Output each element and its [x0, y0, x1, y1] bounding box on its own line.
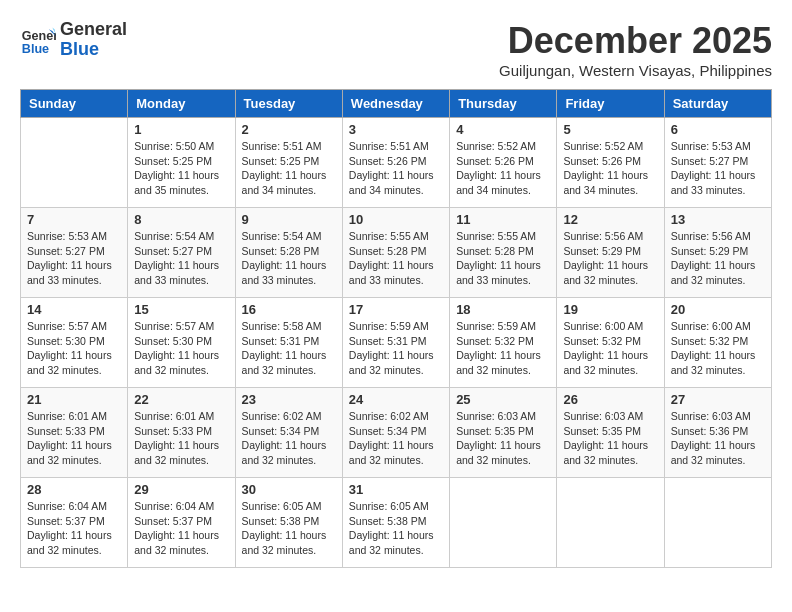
- day-info: Sunrise: 5:55 AM Sunset: 5:28 PM Dayligh…: [456, 229, 550, 288]
- day-number: 30: [242, 482, 336, 497]
- header-monday: Monday: [128, 90, 235, 118]
- calendar-cell-w1-d6: 6Sunrise: 5:53 AM Sunset: 5:27 PM Daylig…: [664, 118, 771, 208]
- day-number: 2: [242, 122, 336, 137]
- day-info: Sunrise: 6:03 AM Sunset: 5:36 PM Dayligh…: [671, 409, 765, 468]
- day-number: 4: [456, 122, 550, 137]
- day-number: 17: [349, 302, 443, 317]
- header-tuesday: Tuesday: [235, 90, 342, 118]
- day-info: Sunrise: 6:00 AM Sunset: 5:32 PM Dayligh…: [671, 319, 765, 378]
- day-info: Sunrise: 6:02 AM Sunset: 5:34 PM Dayligh…: [349, 409, 443, 468]
- calendar-cell-w3-d0: 14Sunrise: 5:57 AM Sunset: 5:30 PM Dayli…: [21, 298, 128, 388]
- day-info: Sunrise: 5:51 AM Sunset: 5:25 PM Dayligh…: [242, 139, 336, 198]
- day-number: 8: [134, 212, 228, 227]
- day-info: Sunrise: 6:05 AM Sunset: 5:38 PM Dayligh…: [349, 499, 443, 558]
- svg-text:Blue: Blue: [22, 41, 49, 55]
- day-number: 16: [242, 302, 336, 317]
- calendar-cell-w3-d4: 18Sunrise: 5:59 AM Sunset: 5:32 PM Dayli…: [450, 298, 557, 388]
- day-number: 11: [456, 212, 550, 227]
- day-number: 22: [134, 392, 228, 407]
- calendar-cell-w1-d5: 5Sunrise: 5:52 AM Sunset: 5:26 PM Daylig…: [557, 118, 664, 208]
- day-info: Sunrise: 5:52 AM Sunset: 5:26 PM Dayligh…: [456, 139, 550, 198]
- calendar-cell-w2-d4: 11Sunrise: 5:55 AM Sunset: 5:28 PM Dayli…: [450, 208, 557, 298]
- day-number: 5: [563, 122, 657, 137]
- day-info: Sunrise: 5:57 AM Sunset: 5:30 PM Dayligh…: [27, 319, 121, 378]
- calendar-cell-w1-d1: 1Sunrise: 5:50 AM Sunset: 5:25 PM Daylig…: [128, 118, 235, 208]
- day-info: Sunrise: 6:00 AM Sunset: 5:32 PM Dayligh…: [563, 319, 657, 378]
- day-number: 24: [349, 392, 443, 407]
- day-number: 1: [134, 122, 228, 137]
- day-number: 27: [671, 392, 765, 407]
- day-number: 18: [456, 302, 550, 317]
- day-number: 12: [563, 212, 657, 227]
- calendar-cell-w5-d6: [664, 478, 771, 568]
- week-row-3: 14Sunrise: 5:57 AM Sunset: 5:30 PM Dayli…: [21, 298, 772, 388]
- calendar-cell-w5-d3: 31Sunrise: 6:05 AM Sunset: 5:38 PM Dayli…: [342, 478, 449, 568]
- day-info: Sunrise: 6:01 AM Sunset: 5:33 PM Dayligh…: [27, 409, 121, 468]
- week-row-2: 7Sunrise: 5:53 AM Sunset: 5:27 PM Daylig…: [21, 208, 772, 298]
- header-thursday: Thursday: [450, 90, 557, 118]
- day-info: Sunrise: 5:56 AM Sunset: 5:29 PM Dayligh…: [563, 229, 657, 288]
- day-number: 28: [27, 482, 121, 497]
- logo: General Blue General Blue: [20, 20, 127, 60]
- calendar-cell-w4-d1: 22Sunrise: 6:01 AM Sunset: 5:33 PM Dayli…: [128, 388, 235, 478]
- calendar-cell-w2-d6: 13Sunrise: 5:56 AM Sunset: 5:29 PM Dayli…: [664, 208, 771, 298]
- calendar-cell-w4-d5: 26Sunrise: 6:03 AM Sunset: 5:35 PM Dayli…: [557, 388, 664, 478]
- page-container: General Blue General Blue December 2025 …: [20, 20, 772, 568]
- calendar-cell-w3-d5: 19Sunrise: 6:00 AM Sunset: 5:32 PM Dayli…: [557, 298, 664, 388]
- month-title: December 2025: [499, 20, 772, 62]
- calendar-cell-w4-d4: 25Sunrise: 6:03 AM Sunset: 5:35 PM Dayli…: [450, 388, 557, 478]
- day-info: Sunrise: 5:54 AM Sunset: 5:28 PM Dayligh…: [242, 229, 336, 288]
- header-sunday: Sunday: [21, 90, 128, 118]
- day-info: Sunrise: 5:57 AM Sunset: 5:30 PM Dayligh…: [134, 319, 228, 378]
- day-info: Sunrise: 6:05 AM Sunset: 5:38 PM Dayligh…: [242, 499, 336, 558]
- day-number: 6: [671, 122, 765, 137]
- day-info: Sunrise: 6:04 AM Sunset: 5:37 PM Dayligh…: [134, 499, 228, 558]
- day-number: 23: [242, 392, 336, 407]
- calendar-cell-w1-d3: 3Sunrise: 5:51 AM Sunset: 5:26 PM Daylig…: [342, 118, 449, 208]
- calendar-cell-w3-d3: 17Sunrise: 5:59 AM Sunset: 5:31 PM Dayli…: [342, 298, 449, 388]
- title-section: December 2025 Guiljungan, Western Visaya…: [499, 20, 772, 79]
- calendar-cell-w1-d4: 4Sunrise: 5:52 AM Sunset: 5:26 PM Daylig…: [450, 118, 557, 208]
- day-number: 7: [27, 212, 121, 227]
- week-row-1: 1Sunrise: 5:50 AM Sunset: 5:25 PM Daylig…: [21, 118, 772, 208]
- day-info: Sunrise: 5:56 AM Sunset: 5:29 PM Dayligh…: [671, 229, 765, 288]
- day-info: Sunrise: 5:58 AM Sunset: 5:31 PM Dayligh…: [242, 319, 336, 378]
- calendar-cell-w3-d1: 15Sunrise: 5:57 AM Sunset: 5:30 PM Dayli…: [128, 298, 235, 388]
- header: General Blue General Blue December 2025 …: [20, 20, 772, 79]
- calendar-cell-w3-d6: 20Sunrise: 6:00 AM Sunset: 5:32 PM Dayli…: [664, 298, 771, 388]
- day-info: Sunrise: 5:53 AM Sunset: 5:27 PM Dayligh…: [671, 139, 765, 198]
- header-wednesday: Wednesday: [342, 90, 449, 118]
- day-number: 10: [349, 212, 443, 227]
- header-friday: Friday: [557, 90, 664, 118]
- day-info: Sunrise: 6:03 AM Sunset: 5:35 PM Dayligh…: [563, 409, 657, 468]
- calendar-cell-w2-d1: 8Sunrise: 5:54 AM Sunset: 5:27 PM Daylig…: [128, 208, 235, 298]
- calendar-cell-w3-d2: 16Sunrise: 5:58 AM Sunset: 5:31 PM Dayli…: [235, 298, 342, 388]
- calendar-cell-w4-d0: 21Sunrise: 6:01 AM Sunset: 5:33 PM Dayli…: [21, 388, 128, 478]
- day-info: Sunrise: 5:59 AM Sunset: 5:31 PM Dayligh…: [349, 319, 443, 378]
- calendar-cell-w2-d5: 12Sunrise: 5:56 AM Sunset: 5:29 PM Dayli…: [557, 208, 664, 298]
- logo-blue: Blue: [60, 40, 127, 60]
- day-number: 21: [27, 392, 121, 407]
- day-number: 19: [563, 302, 657, 317]
- day-info: Sunrise: 6:03 AM Sunset: 5:35 PM Dayligh…: [456, 409, 550, 468]
- calendar-cell-w5-d5: [557, 478, 664, 568]
- calendar-cell-w2-d3: 10Sunrise: 5:55 AM Sunset: 5:28 PM Dayli…: [342, 208, 449, 298]
- day-number: 26: [563, 392, 657, 407]
- calendar-cell-w2-d2: 9Sunrise: 5:54 AM Sunset: 5:28 PM Daylig…: [235, 208, 342, 298]
- weekday-header-row: Sunday Monday Tuesday Wednesday Thursday…: [21, 90, 772, 118]
- calendar-cell-w5-d0: 28Sunrise: 6:04 AM Sunset: 5:37 PM Dayli…: [21, 478, 128, 568]
- calendar-cell-w5-d4: [450, 478, 557, 568]
- location-title: Guiljungan, Western Visayas, Philippines: [499, 62, 772, 79]
- day-number: 31: [349, 482, 443, 497]
- day-info: Sunrise: 5:53 AM Sunset: 5:27 PM Dayligh…: [27, 229, 121, 288]
- logo-general: General: [60, 20, 127, 40]
- day-info: Sunrise: 6:01 AM Sunset: 5:33 PM Dayligh…: [134, 409, 228, 468]
- logo-icon: General Blue: [20, 22, 56, 58]
- calendar-cell-w4-d6: 27Sunrise: 6:03 AM Sunset: 5:36 PM Dayli…: [664, 388, 771, 478]
- header-saturday: Saturday: [664, 90, 771, 118]
- calendar-cell-w1-d2: 2Sunrise: 5:51 AM Sunset: 5:25 PM Daylig…: [235, 118, 342, 208]
- calendar-cell-w4-d3: 24Sunrise: 6:02 AM Sunset: 5:34 PM Dayli…: [342, 388, 449, 478]
- day-number: 15: [134, 302, 228, 317]
- day-number: 9: [242, 212, 336, 227]
- day-info: Sunrise: 5:59 AM Sunset: 5:32 PM Dayligh…: [456, 319, 550, 378]
